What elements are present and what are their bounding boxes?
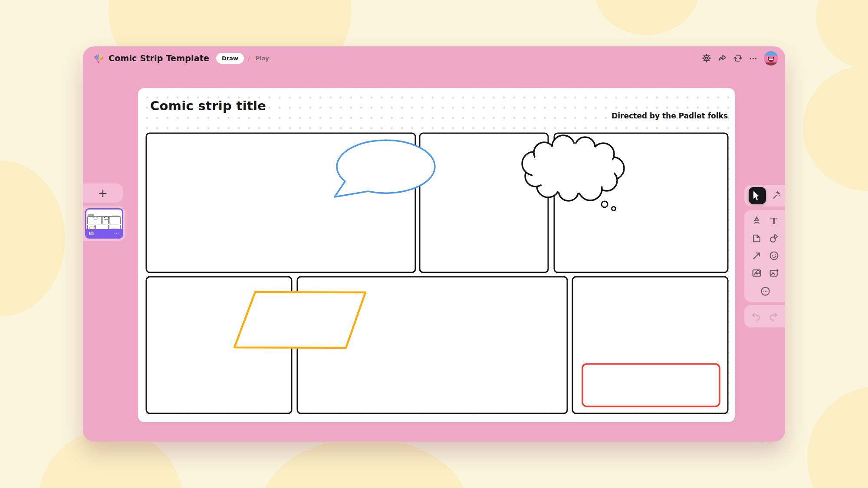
rectangle-shape[interactable]	[582, 364, 720, 406]
slide-more-button[interactable]: ⋯	[114, 231, 119, 236]
bg-blob	[807, 386, 868, 488]
loop-icon	[733, 53, 743, 63]
share-button[interactable]	[714, 50, 730, 66]
image-generate-tool-button[interactable]	[765, 264, 783, 282]
image-search-tool-button[interactable]	[748, 264, 765, 282]
pen-icon	[751, 216, 762, 226]
magic-draw-tool-button[interactable]	[770, 190, 781, 201]
canvas-credit-text[interactable]: Directed by the Padlet folks	[612, 111, 728, 120]
play-mode-button[interactable]: Play	[253, 53, 272, 63]
app-window: Comic Strip Template Draw / Play	[83, 46, 785, 442]
parallelogram-shape[interactable]	[234, 292, 365, 348]
page-tool-button[interactable]	[748, 229, 765, 247]
slide-footer: 01 ⋯	[86, 229, 122, 237]
more-ellipsis-icon: ⋯	[749, 54, 758, 62]
slide-thumbnail-01[interactable]: 01 ⋯	[85, 208, 123, 239]
text-tool-icon: T	[770, 216, 777, 226]
select-tool-button[interactable]	[749, 187, 766, 204]
text-tool-button[interactable]: T	[765, 212, 783, 229]
padlet-logo	[92, 52, 104, 64]
more-tools-button[interactable]	[748, 282, 783, 301]
shapes-icon	[769, 233, 779, 244]
share-icon	[717, 53, 727, 63]
gear-icon	[702, 53, 711, 63]
slide-list: 01 ⋯	[83, 206, 125, 241]
drawing-canvas[interactable]: Comic strip title Directed by the Padlet…	[138, 88, 735, 422]
history-section	[744, 305, 785, 328]
bg-blob	[0, 160, 65, 317]
header: Comic Strip Template Draw / Play	[83, 46, 785, 70]
pointer-tool-section	[744, 185, 785, 206]
pen-tool-button[interactable]	[748, 212, 765, 229]
mode-separator: /	[248, 55, 250, 62]
more-menu-button[interactable]: ⋯	[746, 50, 761, 66]
sticker-smiley-icon	[769, 250, 779, 261]
arrow-icon	[751, 250, 762, 261]
cursor-icon	[753, 191, 761, 200]
bg-blob	[595, 0, 699, 35]
add-slide-button[interactable]: +	[83, 183, 123, 203]
undo-button[interactable]	[751, 311, 762, 322]
app-title: Comic Strip Template	[108, 53, 209, 63]
settings-button[interactable]	[699, 50, 714, 66]
page: Comic Strip Template Draw / Play	[0, 0, 868, 488]
loop-frame-button[interactable]	[730, 50, 746, 66]
user-avatar[interactable]	[764, 51, 778, 66]
bg-blob	[803, 65, 868, 191]
shapes-tool-button[interactable]	[765, 229, 783, 247]
more-tools-icon	[760, 286, 771, 297]
draw-mode-button[interactable]: Draw	[216, 53, 244, 64]
magic-wand-icon	[770, 190, 781, 201]
arrow-tool-button[interactable]	[748, 247, 765, 264]
bg-blob	[260, 438, 469, 488]
sticker-tool-button[interactable]	[765, 247, 783, 264]
redo-button[interactable]	[768, 311, 779, 322]
bg-blob	[816, 0, 868, 69]
page-icon	[751, 233, 762, 244]
image-sparkle-icon	[769, 268, 779, 278]
canvas-shapes-layer	[138, 88, 735, 422]
slide-number: 01	[89, 231, 94, 236]
undo-icon	[751, 311, 762, 322]
tools-section: T	[744, 210, 785, 302]
canvas-title-text[interactable]: Comic strip title	[150, 98, 266, 113]
redo-icon	[768, 311, 779, 322]
image-search-icon	[751, 268, 762, 278]
